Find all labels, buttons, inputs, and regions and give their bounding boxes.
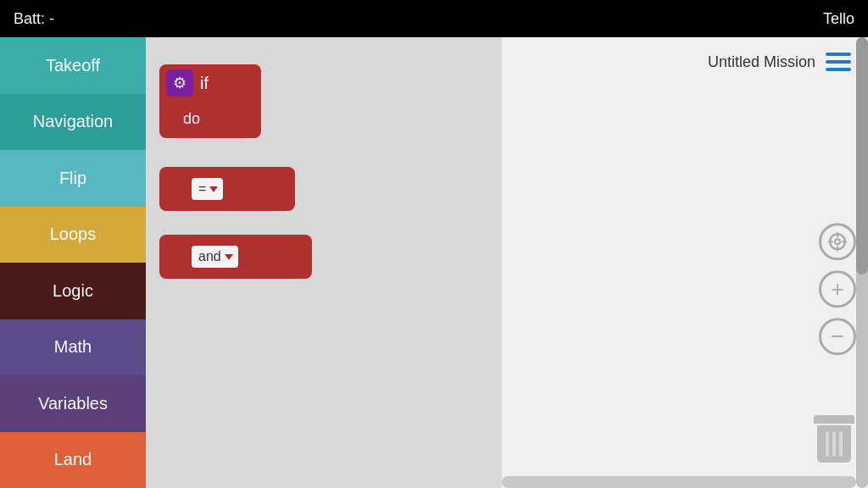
sidebar-item-math[interactable]: Math xyxy=(0,319,146,376)
zoom-out-icon: − xyxy=(831,324,844,348)
and-block[interactable]: and xyxy=(159,235,312,279)
zoom-controls: + − xyxy=(819,223,856,355)
hamburger-line-3 xyxy=(826,68,851,71)
sidebar-item-takeoff[interactable]: Takeoff xyxy=(0,37,146,94)
and-operator: and xyxy=(198,249,221,264)
crosshair-button[interactable] xyxy=(819,223,856,260)
topbar: Batt: - Tello xyxy=(0,0,868,37)
hamburger-line-2 xyxy=(826,60,851,64)
do-label: do xyxy=(183,110,200,127)
sidebar-item-navigation[interactable]: Navigation xyxy=(0,94,146,151)
horizontal-scrollbar[interactable] xyxy=(502,476,856,488)
mission-header: Untitled Mission xyxy=(708,53,851,71)
trash-lid-icon xyxy=(814,415,854,424)
right-connector-icon xyxy=(226,169,242,209)
battery-label: Batt: - xyxy=(14,10,54,28)
mission-title: Untitled Mission xyxy=(708,53,815,71)
and-left-connector-icon xyxy=(173,236,188,277)
sidebar-item-flip[interactable]: Flip xyxy=(0,150,146,207)
trash-button[interactable] xyxy=(814,415,854,463)
hamburger-line-1 xyxy=(826,53,851,56)
left-connector-icon xyxy=(173,169,188,209)
sidebar: Takeoff Navigation Flip Loops Logic Math… xyxy=(0,37,146,488)
dropdown-arrow-icon xyxy=(209,186,218,192)
if-block[interactable]: ⚙ if do xyxy=(159,64,261,138)
zoom-in-icon: + xyxy=(831,278,843,300)
zoom-out-button[interactable]: − xyxy=(819,318,856,355)
sidebar-item-variables[interactable]: Variables xyxy=(0,375,146,432)
canvas-area: Untitled Mission xyxy=(502,37,868,488)
if-label: if xyxy=(200,74,209,93)
sidebar-item-logic[interactable]: Logic xyxy=(0,263,146,319)
hamburger-menu-icon[interactable] xyxy=(826,53,851,71)
zoom-in-button[interactable]: + xyxy=(819,270,856,308)
crosshair-icon xyxy=(826,230,849,252)
sidebar-item-land[interactable]: Land xyxy=(0,432,146,489)
equals-block[interactable]: = xyxy=(159,167,295,211)
and-dropdown-arrow-icon xyxy=(225,254,233,260)
equals-operator: = xyxy=(198,181,206,197)
sidebar-item-loops[interactable]: Loops xyxy=(0,207,146,263)
vertical-scrollbar[interactable] xyxy=(856,37,868,488)
scrollbar-thumb[interactable] xyxy=(856,37,868,274)
svg-point-1 xyxy=(835,239,840,244)
and-right-connector-icon xyxy=(242,236,257,277)
main-layout: Takeoff Navigation Flip Loops Logic Math… xyxy=(0,37,868,488)
and-dropdown[interactable]: and xyxy=(192,246,238,268)
gear-icon: ⚙ xyxy=(166,69,193,97)
trash-body-icon xyxy=(817,425,851,463)
blocks-palette: ⚙ if do = xyxy=(146,37,502,488)
app-name: Tello xyxy=(823,10,854,28)
equals-dropdown[interactable]: = xyxy=(192,178,223,200)
